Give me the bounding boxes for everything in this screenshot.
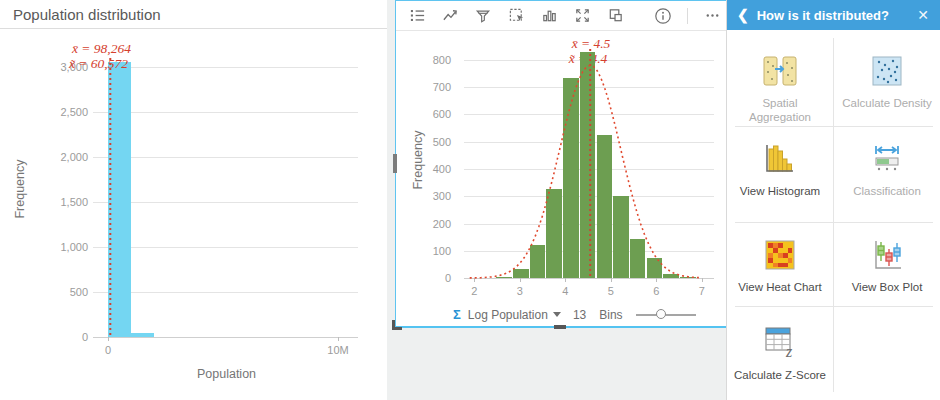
y-tick-label: 0 [391, 272, 451, 284]
filter-icon[interactable] [474, 7, 492, 25]
y-tick-label: 1,500 [28, 196, 88, 208]
y-axis-title: Frequency [13, 149, 27, 229]
how-is-it-distributed-panel: ❮ How is it distributed? ✕ Spatial Aggre… [726, 0, 940, 400]
panel-item-view-histogram[interactable]: View Histogram [727, 126, 833, 222]
info-icon[interactable] [654, 7, 672, 25]
panel-item-label: View Histogram [734, 184, 826, 198]
x-tick-mark [520, 278, 521, 282]
view-histogram-icon [763, 140, 797, 178]
card-footer: Σ Log Population 13 Bins [396, 304, 727, 325]
panel-item-spatial-aggregation: Spatial Aggregation [727, 30, 833, 126]
card-resize-handle-corner[interactable] [392, 320, 402, 330]
card-resize-handle-left[interactable] [393, 154, 397, 173]
x-tick-mark [108, 337, 109, 341]
cards-icon[interactable] [606, 7, 624, 25]
x-tick-mark [565, 278, 566, 282]
histogram-bar[interactable] [563, 78, 579, 278]
histogram-bar[interactable] [647, 258, 663, 278]
classification-icon [870, 140, 904, 178]
log-population-card[interactable]: 0100200300400500600700800x̄ = 4.5x̃ = 4.… [395, 0, 728, 328]
panel-item-label: View Box Plot [846, 280, 929, 294]
x-tick-label: 3 [517, 285, 523, 297]
x-tick-label: 4 [562, 285, 568, 297]
gridline [93, 337, 358, 338]
more-icon[interactable] [703, 7, 721, 25]
mean-median-annotation: x̄ = 98,264 [72, 41, 131, 56]
x-axis-title: Population [167, 367, 287, 381]
y-axis-title: Frequency [411, 120, 425, 200]
panel-item-classification: Classification [834, 126, 940, 222]
histogram-bar[interactable] [108, 62, 131, 337]
gridline [93, 67, 358, 68]
panel-title: How is it distributed? [757, 8, 907, 23]
mean-median-annotation: x̃ = 60,572 [69, 56, 128, 71]
chevron-down-icon[interactable] [553, 312, 561, 317]
toolbar-divider [687, 8, 688, 24]
x-tick-mark [702, 278, 703, 282]
panel-item-calculate-z-score[interactable]: z Calculate Z-Score [727, 306, 833, 400]
card-toolbar [396, 1, 727, 31]
bins-slider-track[interactable] [636, 314, 696, 316]
chart-type-icon[interactable] [540, 7, 558, 25]
panel-item-view-box-plot[interactable]: View Box Plot [834, 222, 940, 306]
bins-slider-thumb[interactable] [656, 309, 666, 319]
back-icon[interactable]: ❮ [727, 7, 757, 23]
legend-icon[interactable] [408, 7, 426, 25]
statistic-sigma-icon: Σ [453, 307, 461, 322]
y-tick-label: 200 [391, 218, 451, 230]
y-tick-label: 0 [28, 331, 88, 343]
gridline [464, 278, 714, 279]
expand-icon[interactable] [573, 7, 591, 25]
y-tick-label: 2,000 [28, 151, 88, 163]
histogram-bar[interactable] [630, 239, 646, 279]
calculate-density-icon [871, 52, 903, 90]
mean-median-annotation: x̄ = 4.5 [572, 36, 611, 51]
calculate-z-score-icon: z [762, 324, 798, 362]
log-population-histogram[interactable]: 0100200300400500600700800x̄ = 4.5x̃ = 4.… [396, 31, 727, 304]
select-tool-icon[interactable] [507, 7, 525, 25]
panel-item-label: Calculate Z-Score [728, 368, 832, 382]
gridline [93, 157, 358, 158]
bins-slider[interactable] [636, 309, 696, 321]
population-distribution-card[interactable]: Population distribution 05001,0001,5002,… [0, 0, 387, 400]
histogram-bar[interactable] [131, 333, 154, 337]
x-tick-label: 10M [327, 344, 348, 356]
y-tick-label: 2,500 [28, 106, 88, 118]
close-icon[interactable]: ✕ [906, 7, 940, 23]
histogram-bar[interactable] [496, 277, 512, 278]
y-tick-label: 100 [391, 245, 451, 257]
gridline [93, 112, 358, 113]
card-resize-handle-bottom[interactable] [554, 325, 566, 329]
population-histogram[interactable]: 05001,0001,5002,0002,5003,000x̄ = 98,264… [0, 30, 387, 400]
panel-item-label: Spatial Aggregation [727, 96, 833, 124]
y-tick-label: 600 [391, 108, 451, 120]
x-tick-label: 0 [105, 344, 111, 356]
y-tick-label: 500 [28, 286, 88, 298]
histogram-bar[interactable] [546, 189, 562, 278]
histogram-bar[interactable] [580, 52, 596, 278]
panel-item-calculate-density: Calculate Density [834, 30, 940, 126]
x-tick-label: 6 [653, 285, 659, 297]
histogram-bar[interactable] [663, 274, 679, 278]
panel-item-label: Classification [847, 184, 927, 198]
gridline [93, 292, 358, 293]
trend-line-icon[interactable] [441, 7, 459, 25]
x-tick-mark [474, 278, 475, 282]
bins-count: 13 [573, 308, 586, 322]
histogram-bar[interactable] [613, 196, 629, 278]
gridline [93, 247, 358, 248]
histogram-bar[interactable] [680, 277, 696, 278]
gridline [93, 202, 358, 203]
x-tick-mark [656, 278, 657, 282]
panel-item-view-heat-chart[interactable]: View Heat Chart [727, 222, 833, 306]
panel-header: ❮ How is it distributed? ✕ [727, 0, 940, 30]
field-selector[interactable]: Log Population [468, 308, 548, 322]
x-tick-label: 7 [699, 285, 705, 297]
view-box-plot-icon [870, 236, 904, 274]
histogram-bar[interactable] [597, 135, 613, 278]
histogram-bar[interactable] [513, 269, 529, 279]
histogram-bar[interactable] [530, 245, 546, 278]
x-tick-label: 2 [471, 285, 477, 297]
panel-item-label: View Heat Chart [732, 280, 828, 294]
card-title: Population distribution [0, 0, 387, 29]
